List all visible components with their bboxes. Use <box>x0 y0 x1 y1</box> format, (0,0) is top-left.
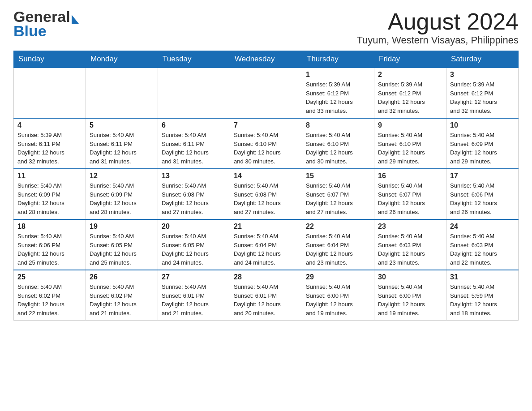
logo: General Blue <box>13 9 79 40</box>
day-info: Sunrise: 5:40 AM Sunset: 6:11 PM Dayligh… <box>90 131 154 166</box>
day-info: Sunrise: 5:40 AM Sunset: 6:06 PM Dayligh… <box>450 181 515 216</box>
calendar-cell: 19Sunrise: 5:40 AM Sunset: 6:05 PM Dayli… <box>86 219 158 270</box>
calendar-cell: 9Sunrise: 5:40 AM Sunset: 6:10 PM Daylig… <box>374 118 446 169</box>
day-number: 23 <box>378 223 442 231</box>
day-info: Sunrise: 5:40 AM Sunset: 6:09 PM Dayligh… <box>450 131 515 166</box>
day-number: 14 <box>234 172 298 180</box>
calendar-cell: 23Sunrise: 5:40 AM Sunset: 6:03 PM Dayli… <box>374 219 446 270</box>
calendar-cell: 5Sunrise: 5:40 AM Sunset: 6:11 PM Daylig… <box>86 118 158 169</box>
calendar-cell: 4Sunrise: 5:39 AM Sunset: 6:11 PM Daylig… <box>14 118 86 169</box>
day-number: 16 <box>378 172 442 180</box>
day-number: 25 <box>17 273 82 281</box>
calendar-cell: 25Sunrise: 5:40 AM Sunset: 6:02 PM Dayli… <box>14 270 86 321</box>
day-info: Sunrise: 5:40 AM Sunset: 6:10 PM Dayligh… <box>378 131 442 166</box>
day-number: 30 <box>378 273 442 281</box>
calendar-cell: 16Sunrise: 5:40 AM Sunset: 6:07 PM Dayli… <box>374 169 446 219</box>
day-info: Sunrise: 5:40 AM Sunset: 6:08 PM Dayligh… <box>234 181 298 216</box>
day-info: Sunrise: 5:40 AM Sunset: 6:04 PM Dayligh… <box>306 232 370 267</box>
day-info: Sunrise: 5:40 AM Sunset: 6:03 PM Dayligh… <box>378 232 442 267</box>
day-number: 6 <box>162 121 226 129</box>
calendar-cell: 24Sunrise: 5:40 AM Sunset: 6:03 PM Dayli… <box>446 219 519 270</box>
logo-general: General <box>13 9 70 24</box>
day-number: 13 <box>162 172 226 180</box>
calendar-cell: 2Sunrise: 5:39 AM Sunset: 6:12 PM Daylig… <box>374 68 446 118</box>
day-info: Sunrise: 5:40 AM Sunset: 6:09 PM Dayligh… <box>90 181 154 216</box>
day-info: Sunrise: 5:40 AM Sunset: 6:00 PM Dayligh… <box>378 283 442 317</box>
location-title: Tuyum, Western Visayas, Philippines <box>356 34 519 46</box>
day-number: 24 <box>450 223 515 231</box>
calendar-cell <box>230 68 302 118</box>
calendar-cell: 3Sunrise: 5:39 AM Sunset: 6:12 PM Daylig… <box>446 68 519 118</box>
logo-arrow-icon <box>72 15 79 24</box>
weekday-header-thursday: Thursday <box>302 51 374 68</box>
calendar-cell: 13Sunrise: 5:40 AM Sunset: 6:08 PM Dayli… <box>158 169 230 219</box>
calendar-week-1: 1Sunrise: 5:39 AM Sunset: 6:12 PM Daylig… <box>14 68 519 118</box>
day-number: 11 <box>17 172 82 180</box>
calendar-cell: 10Sunrise: 5:40 AM Sunset: 6:09 PM Dayli… <box>446 118 519 169</box>
day-number: 26 <box>90 273 154 281</box>
calendar-cell: 28Sunrise: 5:40 AM Sunset: 6:01 PM Dayli… <box>230 270 302 321</box>
calendar-cell: 11Sunrise: 5:40 AM Sunset: 6:09 PM Dayli… <box>14 169 86 219</box>
day-number: 21 <box>234 223 298 231</box>
weekday-header-sunday: Sunday <box>14 51 86 68</box>
weekday-header-tuesday: Tuesday <box>158 51 230 68</box>
day-info: Sunrise: 5:39 AM Sunset: 6:12 PM Dayligh… <box>450 80 515 115</box>
day-info: Sunrise: 5:40 AM Sunset: 6:10 PM Dayligh… <box>306 131 370 166</box>
day-info: Sunrise: 5:40 AM Sunset: 6:07 PM Dayligh… <box>378 181 442 216</box>
calendar-cell: 31Sunrise: 5:40 AM Sunset: 5:59 PM Dayli… <box>446 270 519 321</box>
day-number: 15 <box>306 172 370 180</box>
calendar-cell: 15Sunrise: 5:40 AM Sunset: 6:07 PM Dayli… <box>302 169 374 219</box>
weekday-header-monday: Monday <box>86 51 158 68</box>
day-number: 20 <box>162 223 226 231</box>
calendar-cell: 14Sunrise: 5:40 AM Sunset: 6:08 PM Dayli… <box>230 169 302 219</box>
day-info: Sunrise: 5:40 AM Sunset: 6:05 PM Dayligh… <box>90 232 154 267</box>
day-info: Sunrise: 5:40 AM Sunset: 6:08 PM Dayligh… <box>162 181 226 216</box>
day-number: 31 <box>450 273 515 281</box>
day-number: 12 <box>90 172 154 180</box>
day-number: 3 <box>450 71 515 79</box>
calendar-cell <box>158 68 230 118</box>
day-number: 4 <box>17 121 82 129</box>
calendar-cell: 7Sunrise: 5:40 AM Sunset: 6:10 PM Daylig… <box>230 118 302 169</box>
day-number: 2 <box>378 71 442 79</box>
day-info: Sunrise: 5:39 AM Sunset: 6:12 PM Dayligh… <box>306 80 370 115</box>
weekday-header-saturday: Saturday <box>446 51 519 68</box>
day-info: Sunrise: 5:40 AM Sunset: 6:04 PM Dayligh… <box>234 232 298 267</box>
calendar-cell: 18Sunrise: 5:40 AM Sunset: 6:06 PM Dayli… <box>14 219 86 270</box>
calendar-cell: 8Sunrise: 5:40 AM Sunset: 6:10 PM Daylig… <box>302 118 374 169</box>
calendar-cell: 22Sunrise: 5:40 AM Sunset: 6:04 PM Dayli… <box>302 219 374 270</box>
calendar-cell <box>86 68 158 118</box>
day-info: Sunrise: 5:40 AM Sunset: 6:06 PM Dayligh… <box>17 232 82 267</box>
day-info: Sunrise: 5:40 AM Sunset: 6:03 PM Dayligh… <box>450 232 515 267</box>
day-number: 29 <box>306 273 370 281</box>
day-number: 5 <box>90 121 154 129</box>
calendar-cell <box>14 68 86 118</box>
day-number: 1 <box>306 71 370 79</box>
day-number: 22 <box>306 223 370 231</box>
calendar-cell: 17Sunrise: 5:40 AM Sunset: 6:06 PM Dayli… <box>446 169 519 219</box>
day-number: 9 <box>378 121 442 129</box>
calendar-cell: 6Sunrise: 5:40 AM Sunset: 6:11 PM Daylig… <box>158 118 230 169</box>
calendar-table: SundayMondayTuesdayWednesdayThursdayFrid… <box>13 51 519 321</box>
calendar-cell: 29Sunrise: 5:40 AM Sunset: 6:00 PM Dayli… <box>302 270 374 321</box>
weekday-header-row: SundayMondayTuesdayWednesdayThursdayFrid… <box>14 51 519 68</box>
calendar-cell: 30Sunrise: 5:40 AM Sunset: 6:00 PM Dayli… <box>374 270 446 321</box>
day-info: Sunrise: 5:40 AM Sunset: 6:10 PM Dayligh… <box>234 131 298 166</box>
day-info: Sunrise: 5:40 AM Sunset: 6:01 PM Dayligh… <box>234 283 298 317</box>
day-info: Sunrise: 5:39 AM Sunset: 6:12 PM Dayligh… <box>378 80 442 115</box>
calendar-cell: 26Sunrise: 5:40 AM Sunset: 6:02 PM Dayli… <box>86 270 158 321</box>
day-number: 27 <box>162 273 226 281</box>
day-number: 19 <box>90 223 154 231</box>
calendar-cell: 1Sunrise: 5:39 AM Sunset: 6:12 PM Daylig… <box>302 68 374 118</box>
weekday-header-friday: Friday <box>374 51 446 68</box>
day-info: Sunrise: 5:40 AM Sunset: 6:00 PM Dayligh… <box>306 283 370 317</box>
calendar-week-2: 4Sunrise: 5:39 AM Sunset: 6:11 PM Daylig… <box>14 118 519 169</box>
weekday-header-wednesday: Wednesday <box>230 51 302 68</box>
day-number: 7 <box>234 121 298 129</box>
calendar-cell: 12Sunrise: 5:40 AM Sunset: 6:09 PM Dayli… <box>86 169 158 219</box>
day-number: 18 <box>17 223 82 231</box>
day-number: 10 <box>450 121 515 129</box>
logo-blue: Blue <box>13 22 47 40</box>
day-info: Sunrise: 5:40 AM Sunset: 6:09 PM Dayligh… <box>17 181 82 216</box>
day-info: Sunrise: 5:40 AM Sunset: 5:59 PM Dayligh… <box>450 283 515 317</box>
